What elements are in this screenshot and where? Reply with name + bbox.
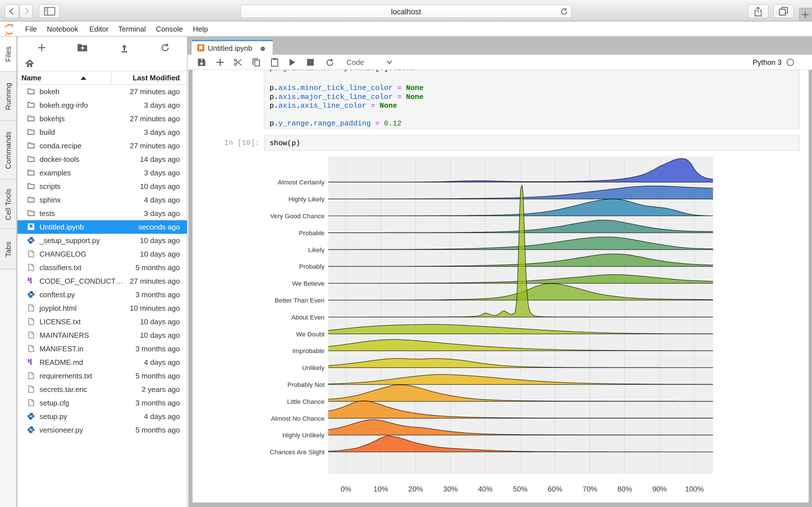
svg-text:Probably Not: Probably Not <box>287 381 325 388</box>
svg-text:Probable: Probable <box>299 229 325 237</box>
svg-text:Improbable: Improbable <box>292 347 325 354</box>
svg-text:0%: 0% <box>341 485 351 493</box>
svg-text:Almost No Chance: Almost No Chance <box>271 415 325 422</box>
svg-text:Little Chance: Little Chance <box>287 398 325 405</box>
svg-text:Highly Likely: Highly Likely <box>288 195 325 203</box>
svg-text:Highly Unlikely: Highly Unlikely <box>283 432 325 439</box>
svg-text:60%: 60% <box>548 485 563 493</box>
svg-text:Very Good Chance: Very Good Chance <box>270 212 325 220</box>
svg-text:Chances Are Slight: Chances Are Slight <box>270 448 325 456</box>
svg-text:Better Than Even: Better Than Even <box>275 297 325 304</box>
svg-text:90%: 90% <box>652 485 667 493</box>
svg-text:We Believe: We Believe <box>292 280 325 287</box>
svg-text:Almost Certainly: Almost Certainly <box>278 178 325 186</box>
svg-text:Probably: Probably <box>299 263 325 270</box>
svg-text:80%: 80% <box>618 485 632 493</box>
svg-text:70%: 70% <box>582 485 597 493</box>
svg-text:100%: 100% <box>685 485 704 493</box>
svg-text:10%: 10% <box>373 485 388 493</box>
svg-text:30%: 30% <box>443 485 458 493</box>
svg-text:About Even: About Even <box>291 314 325 321</box>
svg-text:50%: 50% <box>513 485 527 493</box>
svg-text:40%: 40% <box>478 485 492 493</box>
svg-text:We Doubt: We Doubt <box>296 331 325 338</box>
svg-text:Unlikely: Unlikely <box>302 364 325 372</box>
svg-text:Likely: Likely <box>308 246 325 253</box>
svg-text:20%: 20% <box>408 485 423 493</box>
